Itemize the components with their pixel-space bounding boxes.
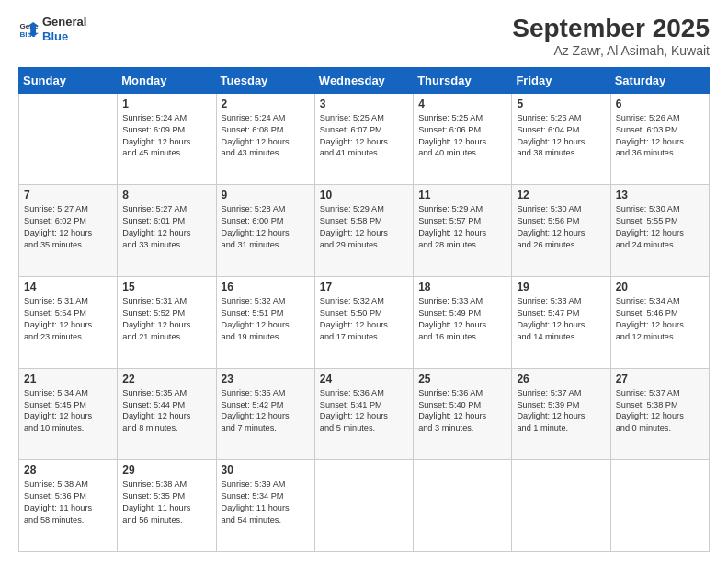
header-sunday: Sunday bbox=[19, 67, 118, 93]
table-row: 14Sunrise: 5:31 AMSunset: 5:54 PMDayligh… bbox=[19, 277, 118, 369]
day-number: 21 bbox=[24, 373, 112, 385]
day-number: 7 bbox=[24, 189, 112, 201]
table-row: 17Sunrise: 5:32 AMSunset: 5:50 PMDayligh… bbox=[314, 277, 413, 369]
header-thursday: Thursday bbox=[414, 67, 512, 93]
table-row: 5Sunrise: 5:26 AMSunset: 6:04 PMDaylight… bbox=[512, 93, 610, 185]
table-row bbox=[19, 93, 118, 185]
table-row: 4Sunrise: 5:25 AMSunset: 6:06 PMDaylight… bbox=[414, 93, 512, 185]
calendar-subtitle: Az Zawr, Al Asimah, Kuwait bbox=[512, 43, 710, 58]
day-number: 24 bbox=[320, 373, 408, 385]
cell-details: Sunrise: 5:37 AMSunset: 5:38 PMDaylight:… bbox=[616, 387, 704, 435]
day-number: 11 bbox=[418, 189, 506, 201]
logo-blue: Blue bbox=[42, 29, 86, 44]
cell-details: Sunrise: 5:36 AMSunset: 5:41 PMDaylight:… bbox=[320, 387, 408, 435]
cell-details: Sunrise: 5:34 AMSunset: 5:45 PMDaylight:… bbox=[24, 387, 112, 435]
day-number: 16 bbox=[222, 281, 310, 293]
cell-details: Sunrise: 5:28 AMSunset: 6:00 PMDaylight:… bbox=[222, 203, 310, 251]
header-friday: Friday bbox=[512, 67, 610, 93]
cell-details: Sunrise: 5:24 AMSunset: 6:09 PMDaylight:… bbox=[122, 112, 210, 160]
cell-details: Sunrise: 5:30 AMSunset: 5:56 PMDaylight:… bbox=[517, 203, 605, 251]
day-number: 22 bbox=[122, 373, 210, 385]
cell-details: Sunrise: 5:25 AMSunset: 6:06 PMDaylight:… bbox=[418, 112, 506, 160]
logo-general: General bbox=[42, 15, 86, 29]
cell-details: Sunrise: 5:27 AMSunset: 6:01 PMDaylight:… bbox=[122, 203, 210, 251]
calendar-page: General Blue General Blue September 2025… bbox=[0, 0, 728, 563]
logo-icon: General Blue bbox=[18, 19, 39, 40]
day-number: 9 bbox=[222, 189, 310, 201]
logo: General Blue General Blue bbox=[18, 15, 86, 43]
table-row: 18Sunrise: 5:33 AMSunset: 5:49 PMDayligh… bbox=[414, 277, 512, 369]
cell-details: Sunrise: 5:26 AMSunset: 6:03 PMDaylight:… bbox=[616, 112, 704, 160]
table-row: 16Sunrise: 5:32 AMSunset: 5:51 PMDayligh… bbox=[216, 277, 314, 369]
table-row bbox=[414, 460, 512, 552]
table-row: 29Sunrise: 5:38 AMSunset: 5:35 PMDayligh… bbox=[118, 460, 216, 552]
cell-details: Sunrise: 5:32 AMSunset: 5:50 PMDaylight:… bbox=[320, 295, 408, 343]
title-block: September 2025 Az Zawr, Al Asimah, Kuwai… bbox=[512, 15, 710, 58]
table-row bbox=[610, 460, 709, 552]
cell-details: Sunrise: 5:35 AMSunset: 5:44 PMDaylight:… bbox=[122, 387, 210, 435]
table-row: 30Sunrise: 5:39 AMSunset: 5:34 PMDayligh… bbox=[216, 460, 314, 552]
cell-details: Sunrise: 5:36 AMSunset: 5:40 PMDaylight:… bbox=[418, 387, 506, 435]
calendar-week-row: 1Sunrise: 5:24 AMSunset: 6:09 PMDaylight… bbox=[19, 93, 710, 185]
table-row: 21Sunrise: 5:34 AMSunset: 5:45 PMDayligh… bbox=[19, 368, 118, 460]
table-row: 20Sunrise: 5:34 AMSunset: 5:46 PMDayligh… bbox=[610, 277, 709, 369]
table-row bbox=[314, 460, 413, 552]
day-number: 15 bbox=[122, 281, 210, 293]
cell-details: Sunrise: 5:38 AMSunset: 5:35 PMDaylight:… bbox=[122, 478, 210, 526]
table-row: 13Sunrise: 5:30 AMSunset: 5:55 PMDayligh… bbox=[610, 185, 709, 277]
day-number: 29 bbox=[122, 464, 210, 477]
cell-details: Sunrise: 5:33 AMSunset: 5:47 PMDaylight:… bbox=[517, 295, 605, 343]
day-number: 17 bbox=[320, 281, 408, 293]
day-number: 28 bbox=[24, 464, 112, 477]
cell-details: Sunrise: 5:25 AMSunset: 6:07 PMDaylight:… bbox=[320, 112, 408, 160]
table-row: 9Sunrise: 5:28 AMSunset: 6:00 PMDaylight… bbox=[216, 185, 314, 277]
table-row: 6Sunrise: 5:26 AMSunset: 6:03 PMDaylight… bbox=[610, 93, 709, 185]
table-row: 1Sunrise: 5:24 AMSunset: 6:09 PMDaylight… bbox=[118, 93, 216, 185]
cell-details: Sunrise: 5:30 AMSunset: 5:55 PMDaylight:… bbox=[616, 203, 704, 251]
header-saturday: Saturday bbox=[610, 67, 709, 93]
table-row: 19Sunrise: 5:33 AMSunset: 5:47 PMDayligh… bbox=[512, 277, 610, 369]
day-number: 26 bbox=[517, 373, 605, 385]
table-row: 25Sunrise: 5:36 AMSunset: 5:40 PMDayligh… bbox=[414, 368, 512, 460]
table-row: 23Sunrise: 5:35 AMSunset: 5:42 PMDayligh… bbox=[216, 368, 314, 460]
table-row: 3Sunrise: 5:25 AMSunset: 6:07 PMDaylight… bbox=[314, 93, 413, 185]
cell-details: Sunrise: 5:35 AMSunset: 5:42 PMDaylight:… bbox=[222, 387, 310, 435]
table-row bbox=[512, 460, 610, 552]
table-row: 28Sunrise: 5:38 AMSunset: 5:36 PMDayligh… bbox=[19, 460, 118, 552]
cell-details: Sunrise: 5:31 AMSunset: 5:52 PMDaylight:… bbox=[122, 295, 210, 343]
day-number: 4 bbox=[418, 98, 506, 110]
day-number: 23 bbox=[222, 373, 310, 385]
cell-details: Sunrise: 5:33 AMSunset: 5:49 PMDaylight:… bbox=[418, 295, 506, 343]
cell-details: Sunrise: 5:37 AMSunset: 5:39 PMDaylight:… bbox=[517, 387, 605, 435]
day-number: 18 bbox=[418, 281, 506, 293]
calendar-title: September 2025 bbox=[512, 15, 710, 43]
day-number: 25 bbox=[418, 373, 506, 385]
cell-details: Sunrise: 5:24 AMSunset: 6:08 PMDaylight:… bbox=[222, 112, 310, 160]
table-row: 11Sunrise: 5:29 AMSunset: 5:57 PMDayligh… bbox=[414, 185, 512, 277]
calendar-table: Sunday Monday Tuesday Wednesday Thursday… bbox=[18, 67, 710, 552]
calendar-week-row: 14Sunrise: 5:31 AMSunset: 5:54 PMDayligh… bbox=[19, 277, 710, 369]
day-number: 20 bbox=[616, 281, 704, 293]
day-number: 19 bbox=[517, 281, 605, 293]
day-number: 2 bbox=[222, 98, 310, 110]
table-row: 22Sunrise: 5:35 AMSunset: 5:44 PMDayligh… bbox=[118, 368, 216, 460]
day-number: 27 bbox=[616, 373, 704, 385]
table-row: 8Sunrise: 5:27 AMSunset: 6:01 PMDaylight… bbox=[118, 185, 216, 277]
calendar-week-row: 28Sunrise: 5:38 AMSunset: 5:36 PMDayligh… bbox=[19, 460, 710, 552]
cell-details: Sunrise: 5:34 AMSunset: 5:46 PMDaylight:… bbox=[616, 295, 704, 343]
day-number: 30 bbox=[222, 464, 310, 477]
header-monday: Monday bbox=[118, 67, 216, 93]
table-row: 2Sunrise: 5:24 AMSunset: 6:08 PMDaylight… bbox=[216, 93, 314, 185]
cell-details: Sunrise: 5:39 AMSunset: 5:34 PMDaylight:… bbox=[222, 478, 310, 526]
calendar-week-row: 21Sunrise: 5:34 AMSunset: 5:45 PMDayligh… bbox=[19, 368, 710, 460]
table-row: 10Sunrise: 5:29 AMSunset: 5:58 PMDayligh… bbox=[314, 185, 413, 277]
day-number: 8 bbox=[122, 189, 210, 201]
calendar-header-row: Sunday Monday Tuesday Wednesday Thursday… bbox=[19, 67, 710, 93]
day-number: 13 bbox=[616, 189, 704, 201]
cell-details: Sunrise: 5:29 AMSunset: 5:58 PMDaylight:… bbox=[320, 203, 408, 251]
table-row: 7Sunrise: 5:27 AMSunset: 6:02 PMDaylight… bbox=[19, 185, 118, 277]
day-number: 3 bbox=[320, 98, 408, 110]
table-row: 12Sunrise: 5:30 AMSunset: 5:56 PMDayligh… bbox=[512, 185, 610, 277]
header-wednesday: Wednesday bbox=[314, 67, 413, 93]
table-row: 27Sunrise: 5:37 AMSunset: 5:38 PMDayligh… bbox=[610, 368, 709, 460]
